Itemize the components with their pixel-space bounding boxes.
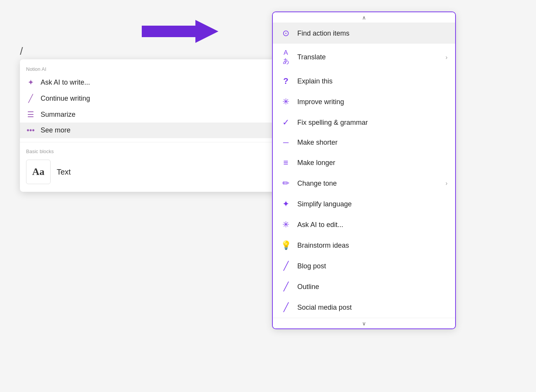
- ask-ai-item[interactable]: ✦ Ask AI to write...: [20, 74, 280, 90]
- fix-spelling-item[interactable]: ✓ Fix spelling & grammar: [273, 112, 455, 133]
- checklist-icon: ⊙: [280, 28, 291, 38]
- sparkle-small-icon: ✦: [280, 199, 291, 209]
- checkmark-icon: ✓: [280, 118, 291, 127]
- brainstorm-ideas-label: Brainstorm ideas: [297, 242, 349, 250]
- outline-item[interactable]: ╱ Outline: [273, 276, 455, 297]
- pencil-diagonal-icon: ╱: [26, 94, 35, 103]
- arrow-pointer: [142, 20, 218, 43]
- sparkle-star-icon: ✳: [280, 97, 291, 107]
- change-tone-item[interactable]: ✏ Change tone ›: [273, 173, 455, 194]
- text-block-label: Text: [57, 168, 71, 176]
- fix-spelling-label: Fix spelling & grammar: [297, 119, 368, 127]
- find-action-items-item[interactable]: ⊙ Find action items: [273, 23, 455, 44]
- ask-ai-label: Ask AI to write...: [41, 78, 90, 87]
- simplify-language-item[interactable]: ✦ Simplify language: [273, 194, 455, 214]
- simplify-language-label: Simplify language: [297, 200, 352, 208]
- see-more-item[interactable]: ••• See more ›: [20, 122, 280, 138]
- question-icon: ?: [280, 76, 291, 86]
- pen-tone-icon: ✏: [280, 178, 291, 188]
- explain-this-item[interactable]: ? Explain this: [273, 71, 455, 91]
- continue-writing-label: Continue writing: [41, 95, 90, 103]
- continue-writing-item[interactable]: ╱ Continue writing: [20, 90, 280, 106]
- outline-label: Outline: [297, 283, 319, 291]
- blog-post-item[interactable]: ╱ Blog post: [273, 256, 455, 276]
- translate-label: Translate: [297, 53, 326, 61]
- blog-icon: ╱: [280, 261, 291, 271]
- svg-marker-0: [142, 20, 218, 43]
- outline-icon: ╱: [280, 282, 291, 292]
- notion-ai-label: Notion AI: [20, 64, 280, 74]
- lines-more-icon: ≡: [280, 158, 291, 168]
- slash-character: /: [20, 45, 23, 57]
- see-more-label: See more: [41, 126, 70, 134]
- sparkle-icon: ✦: [26, 78, 35, 87]
- social-media-post-label: Social media post: [297, 304, 352, 312]
- brainstorm-ideas-item[interactable]: 💡 Brainstorm ideas: [273, 235, 455, 256]
- notion-ai-section: Notion AI ✦ Ask AI to write... ╱ Continu…: [20, 62, 280, 140]
- basic-blocks-section: Basic blocks Aa Text: [20, 145, 280, 189]
- summarize-item[interactable]: ☰ Summarize: [20, 106, 280, 122]
- text-block-icon: Aa: [26, 160, 51, 184]
- chevron-right-icon: ›: [446, 54, 447, 61]
- lightbulb-icon: 💡: [280, 240, 291, 250]
- ask-ai-edit-item[interactable]: ✳ Ask AI to edit...: [273, 214, 455, 235]
- social-media-post-item[interactable]: ╱ Social media post: [273, 297, 455, 318]
- chevron-right-icon: ›: [446, 180, 447, 187]
- right-dropdown-menu: ∧ ⊙ Find action items Aあ Translate › ? E…: [272, 11, 456, 329]
- basic-blocks-label: Basic blocks: [20, 146, 280, 157]
- find-action-items-label: Find action items: [297, 29, 349, 38]
- make-shorter-label: Make shorter: [297, 139, 338, 147]
- menu-divider: [20, 142, 280, 142]
- translate-icon: Aあ: [280, 49, 291, 65]
- improve-writing-label: Improve writing: [297, 98, 344, 106]
- dots-icon: •••: [26, 126, 35, 135]
- dash-icon: ─: [280, 138, 291, 147]
- ask-ai-edit-label: Ask AI to edit...: [297, 221, 343, 229]
- change-tone-label: Change tone: [297, 180, 337, 188]
- make-longer-label: Make longer: [297, 159, 335, 167]
- text-block-item[interactable]: Aa Text: [20, 157, 280, 187]
- summarize-label: Summarize: [41, 111, 75, 119]
- chevron-up-icon: ∧: [362, 15, 366, 21]
- explain-this-label: Explain this: [297, 77, 333, 85]
- right-menu-scroll-area[interactable]: ⊙ Find action items Aあ Translate › ? Exp…: [273, 23, 455, 318]
- left-dropdown-menu: Notion AI ✦ Ask AI to write... ╱ Continu…: [20, 59, 280, 192]
- sparkle-edit-icon: ✳: [280, 220, 291, 230]
- scroll-down-button[interactable]: ∨: [273, 318, 455, 328]
- translate-item[interactable]: Aあ Translate ›: [273, 44, 455, 71]
- blog-post-label: Blog post: [297, 262, 326, 270]
- chevron-down-icon: ∨: [362, 320, 366, 327]
- improve-writing-item[interactable]: ✳ Improve writing: [273, 91, 455, 112]
- lines-icon: ☰: [26, 110, 35, 119]
- social-icon: ╱: [280, 302, 291, 312]
- make-shorter-item[interactable]: ─ Make shorter: [273, 133, 455, 152]
- make-longer-item[interactable]: ≡ Make longer: [273, 152, 455, 173]
- scroll-up-button[interactable]: ∧: [273, 12, 455, 23]
